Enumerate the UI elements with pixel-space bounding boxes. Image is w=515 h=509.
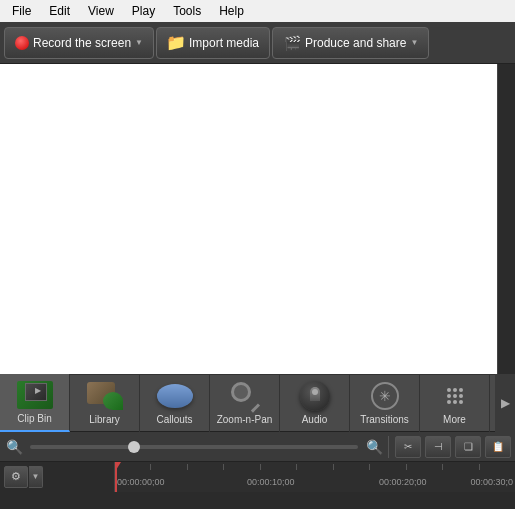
- zoom-slider[interactable]: [30, 445, 358, 449]
- tick: [479, 464, 480, 470]
- tick: [369, 464, 370, 470]
- zoom-n-pan-button[interactable]: Zoom-n-Pan: [210, 374, 280, 432]
- tick: [442, 464, 443, 470]
- produce-dropdown-arrow[interactable]: ▼: [410, 38, 418, 47]
- produce-icon: 🎬: [283, 36, 301, 50]
- bottom-toolbar: Clip Bin Library Callouts Zoom-n-Pan: [0, 374, 515, 432]
- copy-icon: ❏: [464, 441, 473, 452]
- gear-icon: ⚙: [11, 470, 21, 483]
- timeline-controls: 🔍 🔍 ✂ ⊣ ❏ 📋: [0, 432, 515, 462]
- import-icon: 📁: [167, 36, 185, 50]
- audio-button[interactable]: Audio: [280, 374, 350, 432]
- gear-dropdown-button[interactable]: ▼: [29, 466, 43, 488]
- library-label: Library: [89, 414, 120, 426]
- more-dot: [447, 388, 451, 392]
- copy-button[interactable]: ❏: [455, 436, 481, 458]
- callouts-icon: [157, 384, 193, 408]
- search-icon: 🔍: [6, 439, 23, 455]
- tick: [406, 464, 407, 470]
- menu-help[interactable]: Help: [211, 2, 252, 20]
- split-button[interactable]: ⊣: [425, 436, 451, 458]
- timeline-area: ⚙ ▼ 00:00:00;00 00:00:10;00 00:00:20;00 …: [0, 462, 515, 492]
- more-label: More: [443, 414, 466, 426]
- cut-button[interactable]: ✂: [395, 436, 421, 458]
- more-dot: [453, 400, 457, 404]
- library-icon: [87, 382, 123, 410]
- timeline-gear-controls: ⚙ ▼: [0, 462, 115, 492]
- library-button[interactable]: Library: [70, 374, 140, 432]
- audio-icon: [300, 381, 330, 411]
- gear-button[interactable]: ⚙: [4, 466, 28, 488]
- main-area: [0, 64, 515, 374]
- record-dropdown-arrow[interactable]: ▼: [135, 38, 143, 47]
- playhead-triangle: [115, 462, 121, 470]
- canvas-area: [0, 64, 497, 374]
- record-label: Record the screen: [33, 36, 131, 50]
- tick: [260, 464, 261, 470]
- more-icon-area: [437, 380, 473, 412]
- menu-tools[interactable]: Tools: [165, 2, 209, 20]
- more-dot: [453, 388, 457, 392]
- tick: [223, 464, 224, 470]
- zoom-n-pan-label: Zoom-n-Pan: [217, 414, 273, 426]
- tick: [296, 464, 297, 470]
- cut-icon: ✂: [404, 441, 412, 452]
- timeline-search-button[interactable]: 🔍: [4, 437, 24, 457]
- more-dots-row-3: [447, 400, 463, 404]
- transitions-circle: ✳: [371, 382, 399, 410]
- menu-bar: File Edit View Play Tools Help: [0, 0, 515, 22]
- produce-label: Produce and share: [305, 36, 406, 50]
- ruler-mark-0: 00:00:00;00: [117, 474, 165, 488]
- zoom-n-pan-icon: [231, 382, 259, 410]
- ruler-time-3: 00:00:30;0: [470, 477, 513, 487]
- ruler-time-0: 00:00:00;00: [117, 477, 165, 487]
- transitions-button[interactable]: ✳ Transitions: [350, 374, 420, 432]
- split-icon: ⊣: [434, 441, 443, 452]
- ruler-mark-3: 00:00:30;0: [470, 474, 513, 488]
- scroll-right-button[interactable]: ▶: [495, 374, 515, 432]
- right-panel: [497, 64, 515, 374]
- ruler-time-1: 00:00:10;00: [247, 477, 295, 487]
- zoom-icon-area: [227, 380, 263, 412]
- scroll-right-icon: ▶: [501, 396, 510, 410]
- more-dots-row-2: [447, 394, 463, 398]
- more-dots-row-1: [447, 388, 463, 392]
- timeline-zoom-out-button[interactable]: 🔍: [364, 437, 384, 457]
- tick: [150, 464, 151, 470]
- zoom-slider-thumb[interactable]: [128, 441, 140, 453]
- import-button[interactable]: 📁 Import media: [156, 27, 270, 59]
- clip-bin-button[interactable]: Clip Bin: [0, 374, 70, 432]
- callouts-button[interactable]: Callouts: [140, 374, 210, 432]
- clip-bin-icon-area: [17, 379, 53, 411]
- transitions-label: Transitions: [360, 414, 409, 426]
- zoom-circle: [231, 382, 251, 402]
- more-dot: [459, 388, 463, 392]
- zoom-out-icon: 🔍: [366, 439, 383, 455]
- callouts-label: Callouts: [156, 414, 192, 426]
- menu-view[interactable]: View: [80, 2, 122, 20]
- timeline-ruler[interactable]: 00:00:00;00 00:00:10;00 00:00:20;00 00:0…: [115, 462, 515, 492]
- ruler-mark-2: 00:00:20;00: [379, 474, 427, 488]
- library-icon-area: [87, 380, 123, 412]
- paste-button[interactable]: 📋: [485, 436, 511, 458]
- ruler-ticks: [115, 462, 515, 470]
- more-dot: [459, 394, 463, 398]
- ruler-mark-1: 00:00:10;00: [247, 474, 295, 488]
- gear-dropdown-icon: ▼: [32, 472, 40, 481]
- produce-button[interactable]: 🎬 Produce and share ▼: [272, 27, 429, 59]
- import-label: Import media: [189, 36, 259, 50]
- transitions-icon: ✳: [369, 380, 401, 412]
- clip-bin-icon: [17, 381, 53, 409]
- transitions-arrows-icon: ✳: [379, 388, 391, 404]
- menu-file[interactable]: File: [4, 2, 39, 20]
- record-button[interactable]: Record the screen ▼: [4, 27, 154, 59]
- record-icon: [15, 36, 29, 50]
- more-button[interactable]: More: [420, 374, 490, 432]
- paste-icon: 📋: [492, 441, 504, 452]
- menu-play[interactable]: Play: [124, 2, 163, 20]
- clip-bin-label: Clip Bin: [17, 413, 51, 425]
- menu-edit[interactable]: Edit: [41, 2, 78, 20]
- more-icon: [439, 384, 471, 408]
- callouts-icon-area: [157, 380, 193, 412]
- divider-1: [388, 436, 389, 458]
